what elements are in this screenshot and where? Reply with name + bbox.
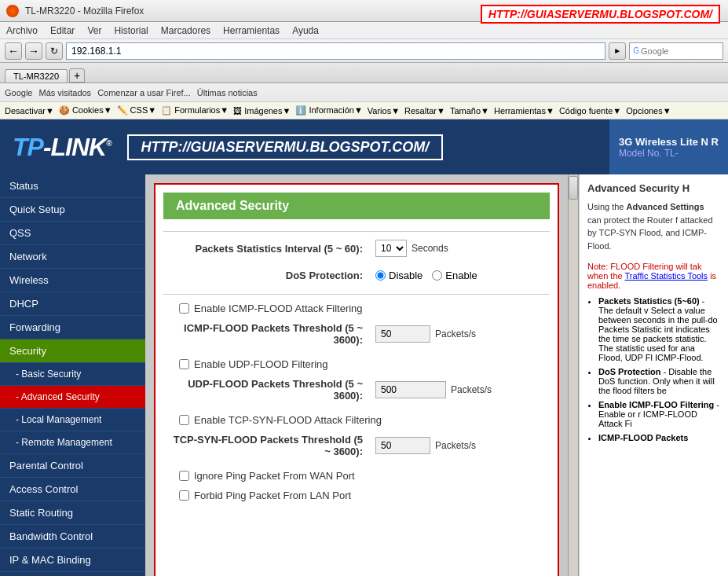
devtool-cookies[interactable]: 🍪 Cookies▼ xyxy=(59,105,112,116)
dos-protection-label: DoS Protection: xyxy=(171,270,375,281)
sidebar-item-forwarding[interactable]: Forwarding xyxy=(0,316,145,339)
devtool-desactivar[interactable]: Desactivar▼ xyxy=(5,106,54,116)
tp-header: TP-LINK® HTTP://GUIASERVERMU.BLOGSPOT.CO… xyxy=(0,119,728,174)
sidebar-item-status[interactable]: Status xyxy=(0,174,145,198)
devtool-formularios[interactable]: 📋 Formularios▼ xyxy=(161,105,229,116)
sidebar-item-bandwidth-control[interactable]: Bandwidth Control xyxy=(0,525,145,548)
sidebar-item-basic-security[interactable]: - Basic Security xyxy=(0,363,145,386)
help-item-dos: DoS Protection - Disable the DoS functio… xyxy=(598,367,720,395)
tcp-flood-checkbox-row: Enable TCP-SYN-FLOOD Attack Filtering xyxy=(163,414,550,426)
back-button[interactable]: ← xyxy=(5,42,22,60)
devtool-imagenes[interactable]: 🖼 Imágenes▼ xyxy=(233,106,291,116)
tcp-threshold-control: Packets/s xyxy=(375,437,476,454)
tcp-flood-checkbox[interactable] xyxy=(179,415,189,425)
dev-toolbar: Desactivar▼ 🍪 Cookies▼ ✏️ CSS▼ 📋 Formula… xyxy=(0,102,728,119)
firefox-icon xyxy=(6,5,19,17)
icmp-threshold-unit: Packets/s xyxy=(435,328,476,339)
dos-disable-radio[interactable] xyxy=(375,270,386,281)
help-intro: Using the Advanced Settings can protect … xyxy=(587,200,720,252)
sidebar-item-remote-management[interactable]: - Remote Management xyxy=(0,431,145,454)
bookmark-visited[interactable]: Más visitados xyxy=(38,88,91,97)
menu-ver[interactable]: Ver xyxy=(87,25,101,36)
sidebar-item-access-control[interactable]: Access Control xyxy=(0,478,145,501)
menu-bar: Archivo Editar Ver Historial Marcadores … xyxy=(0,22,728,39)
page-form: Advanced Security Packets Statistics Int… xyxy=(154,183,559,576)
sidebar-item-parental-control[interactable]: Parental Control xyxy=(0,454,145,478)
tcp-threshold-row: TCP-SYN-FLOOD Packets Threshold (5 ~ 360… xyxy=(163,434,550,457)
bookmark-noticias[interactable]: Últimas noticias xyxy=(197,88,258,97)
help-item-packets: Packets Statistics (5~60) - The default … xyxy=(598,296,720,362)
reload-button[interactable]: ↻ xyxy=(46,42,63,60)
bookmarks-bar: Google Más visitados Comenzar a usar Fir… xyxy=(0,83,728,102)
forbid-ping-lan-checkbox[interactable] xyxy=(179,490,189,501)
tcp-flood-checkbox-label: Enable TCP-SYN-FLOOD Attack Filtering xyxy=(194,414,382,426)
devtool-css[interactable]: ✏️ CSS▼ xyxy=(117,105,157,116)
packets-interval-control: 10 Seconds xyxy=(375,240,448,257)
forbid-ping-lan-row: Forbid Ping Packet From LAN Port xyxy=(163,490,550,501)
devtool-informacion[interactable]: ℹ️ Información▼ xyxy=(295,105,362,116)
menu-ayuda[interactable]: Ayuda xyxy=(292,25,319,36)
menu-archivo[interactable]: Archivo xyxy=(6,25,38,36)
tp-product-info: 3G Wireless Lite N R Model No. TL- xyxy=(609,119,728,174)
menu-herramientas[interactable]: Herramientas xyxy=(223,25,280,36)
new-tab-button[interactable]: + xyxy=(69,68,85,83)
icmp-flood-checkbox-label: Enable ICMP-FLOOD Attack Filtering xyxy=(194,303,363,314)
inner-content: Advanced Security Packets Statistics Int… xyxy=(145,174,568,576)
browser-title: TL-MR3220 - Mozilla Firefox xyxy=(25,6,144,17)
devtool-varios[interactable]: Varios▼ xyxy=(368,106,400,116)
sidebar-item-advanced-security[interactable]: - Advanced Security xyxy=(0,386,145,409)
sidebar-item-dynamic-dns[interactable]: Dynamic DNS xyxy=(0,572,145,576)
menu-editar[interactable]: Editar xyxy=(50,25,75,36)
packets-interval-row: Packets Statistics Interval (5 ~ 60): 10… xyxy=(163,240,550,257)
google-icon: G xyxy=(633,46,639,55)
sidebar-item-security[interactable]: Security xyxy=(0,339,145,363)
udp-threshold-input[interactable] xyxy=(375,381,446,398)
scrollbar[interactable] xyxy=(568,174,579,576)
sidebar-item-dhcp[interactable]: DHCP xyxy=(0,292,145,316)
icmp-flood-checkbox[interactable] xyxy=(179,303,189,314)
menu-marcadores[interactable]: Marcadores xyxy=(161,25,210,36)
sidebar-item-ip-mac-binding[interactable]: IP & MAC Binding xyxy=(0,548,145,572)
titlebar: TL-MR3220 - Mozilla Firefox HTTP://GUIAS… xyxy=(0,0,728,22)
help-item-icmp-enable: Enable ICMP-FLOO Filtering - Enable or r… xyxy=(598,400,720,428)
bookmark-firefox[interactable]: Comenzar a usar Firef... xyxy=(97,88,191,97)
help-traffic-link[interactable]: Traffic Statistics Tools xyxy=(625,271,708,281)
packets-interval-label: Packets Statistics Interval (5 ~ 60): xyxy=(171,243,375,255)
main-wrapper: Status Quick Setup QSS Network Wireless … xyxy=(0,174,728,576)
sidebar-item-static-routing[interactable]: Static Routing xyxy=(0,501,145,525)
tcp-threshold-input[interactable] xyxy=(375,437,430,454)
ignore-ping-wan-checkbox[interactable] xyxy=(179,471,189,481)
sidebar-item-network[interactable]: Network xyxy=(0,245,145,269)
devtool-resaltar[interactable]: Resaltar▼ xyxy=(404,106,445,116)
go-button[interactable]: ► xyxy=(609,42,626,60)
sidebar-item-wireless[interactable]: Wireless xyxy=(0,269,145,292)
sidebar-item-local-management[interactable]: - Local Management xyxy=(0,409,145,431)
devtool-opciones[interactable]: Opciones▼ xyxy=(626,106,671,116)
dos-disable-option[interactable]: Disable xyxy=(375,270,423,281)
tp-logo-area: TP-LINK® xyxy=(13,133,112,162)
bookmark-google[interactable]: Google xyxy=(5,88,32,97)
icmp-threshold-input[interactable] xyxy=(375,325,430,343)
forward-button[interactable]: → xyxy=(25,42,42,60)
address-bar[interactable] xyxy=(66,42,605,60)
forbid-ping-lan-label: Forbid Ping Packet From LAN Port xyxy=(194,490,351,501)
devtool-herramientas[interactable]: Herramientas▼ xyxy=(494,106,554,116)
udp-flood-checkbox[interactable] xyxy=(179,359,189,369)
tcp-threshold-label: TCP-SYN-FLOOD Packets Threshold (5 ~ 360… xyxy=(171,434,375,457)
devtool-codigo[interactable]: Código fuente▼ xyxy=(559,106,621,116)
dos-enable-option[interactable]: Enable xyxy=(432,270,477,281)
tp-product-name: 3G Wireless Lite N R xyxy=(619,136,719,148)
dos-protection-row: DoS Protection: Disable Enable xyxy=(163,270,550,281)
help-item-icmp-packets: ICMP-FLOOD Packets xyxy=(598,433,720,442)
sidebar-item-quick-setup[interactable]: Quick Setup xyxy=(0,198,145,222)
menu-historial[interactable]: Historial xyxy=(114,25,148,36)
packets-interval-select[interactable]: 10 xyxy=(375,240,407,257)
dos-protection-control: Disable Enable xyxy=(375,270,477,281)
dos-enable-radio[interactable] xyxy=(432,270,442,281)
sidebar: Status Quick Setup QSS Network Wireless … xyxy=(0,174,145,576)
scrollbar-thumb[interactable] xyxy=(569,176,578,200)
search-input[interactable] xyxy=(641,46,719,56)
devtool-tamano[interactable]: Tamaño▼ xyxy=(450,106,489,116)
sidebar-item-qss[interactable]: QSS xyxy=(0,222,145,245)
tab-tl-mr3220[interactable]: TL-MR3220 xyxy=(5,69,68,83)
